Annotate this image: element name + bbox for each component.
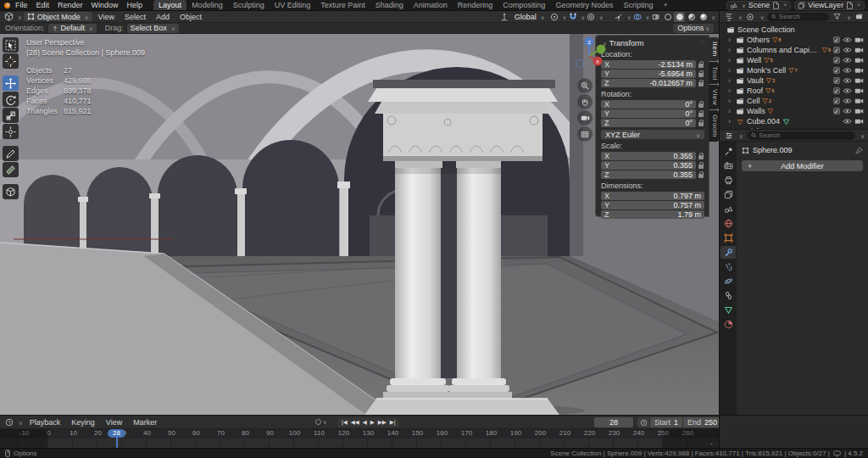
- jump-to-end-button[interactable]: ▶|: [389, 417, 397, 427]
- selectability-checkbox[interactable]: [833, 98, 840, 104]
- outliner-row[interactable]: ▽ Cube.004 ▽: [723, 116, 865, 126]
- panel-drag-handle[interactable]: ∷: [701, 40, 704, 47]
- properties-tab[interactable]: [721, 304, 736, 316]
- end-frame-field[interactable]: End250: [683, 417, 721, 427]
- workspace-tab[interactable]: Scripting: [618, 0, 658, 10]
- workspace-tab[interactable]: UV Editing: [270, 0, 316, 10]
- rotation-field[interactable]: Z0°: [601, 119, 696, 127]
- sidebar-tab[interactable]: Item: [709, 37, 719, 61]
- eye-icon[interactable]: [843, 87, 852, 94]
- mode-dropdown[interactable]: Object Mode: [24, 12, 92, 21]
- funnel-filter-icon[interactable]: [832, 12, 843, 22]
- camera-render-icon[interactable]: [854, 87, 864, 94]
- outliner-row[interactable]: ▽ Others ▽8: [723, 35, 865, 45]
- play-reverse-button[interactable]: ◀: [362, 417, 368, 427]
- add-modifier-button[interactable]: + Add Modifier: [742, 160, 863, 171]
- workspace-tab[interactable]: Rendering: [453, 0, 498, 10]
- selectability-checkbox[interactable]: [833, 36, 840, 43]
- camera-render-icon[interactable]: [854, 57, 864, 64]
- selectability-checkbox[interactable]: [833, 87, 840, 94]
- workspace-tab[interactable]: Geometry Nodes: [550, 0, 618, 10]
- snap-settings-chevron[interactable]: [579, 13, 585, 21]
- perspective-toggle-button[interactable]: [577, 126, 593, 142]
- timeline-menu[interactable]: View: [102, 418, 126, 427]
- outliner-search-input[interactable]: [779, 13, 826, 20]
- disclosure-icon[interactable]: [728, 107, 733, 115]
- topbar-menu[interactable]: Edit: [32, 1, 54, 9]
- rotation-field[interactable]: Y0°: [601, 109, 696, 118]
- eye-icon[interactable]: [843, 57, 852, 64]
- scene-selector[interactable]: Scene ✕: [726, 1, 791, 10]
- sidebar-tab[interactable]: Groom: [709, 110, 719, 142]
- use-preview-range-icon[interactable]: [637, 417, 649, 427]
- workspace-tab[interactable]: Shading: [370, 0, 409, 10]
- scale-field[interactable]: Y0.355: [601, 161, 696, 170]
- workspace-tab[interactable]: Sculpting: [228, 0, 270, 10]
- gizmo-chevron[interactable]: [626, 13, 632, 21]
- remove-view-layer-icon[interactable]: ✕: [856, 2, 861, 8]
- properties-editor-chevron[interactable]: [737, 131, 743, 140]
- workspace-tab[interactable]: Compositing: [498, 0, 550, 10]
- snap-magnet-icon[interactable]: [567, 12, 578, 22]
- outliner-row[interactable]: ▽ Walls ▽: [723, 106, 865, 116]
- camera-view-button[interactable]: [577, 110, 593, 126]
- xray-toggle-icon[interactable]: [650, 12, 661, 22]
- pivot-chevron[interactable]: [560, 13, 566, 21]
- drag-setting-dropdown[interactable]: Select Box: [127, 24, 179, 33]
- workspace-tab[interactable]: Modeling: [186, 0, 228, 10]
- eye-icon[interactable]: [843, 47, 852, 53]
- timeline-menu[interactable]: Playback: [25, 418, 65, 427]
- auto-key-button[interactable]: [315, 417, 327, 426]
- disclosure-icon[interactable]: [728, 97, 733, 105]
- topbar-menu[interactable]: File: [11, 1, 32, 9]
- lock-icon[interactable]: [698, 70, 704, 77]
- properties-tab[interactable]: [721, 174, 736, 187]
- location-field[interactable]: Y-5.6954 m: [601, 70, 696, 78]
- properties-tab[interactable]: [721, 203, 736, 215]
- outliner-row[interactable]: ▽ Monk's Cell ▽7: [723, 65, 865, 75]
- timeline-scrub-area[interactable]: -10 0 10 20 30 40 50 60: [0, 429, 719, 448]
- unlink-scene-icon[interactable]: ✕: [782, 2, 787, 8]
- new-collection-icon[interactable]: [854, 12, 865, 22]
- timeline-editor-icon[interactable]: [3, 417, 14, 427]
- measure-tool[interactable]: [3, 162, 19, 177]
- properties-tab[interactable]: [721, 145, 736, 158]
- next-keyframe-button[interactable]: ▶▶: [377, 417, 387, 427]
- show-gizmo-icon[interactable]: [614, 12, 625, 22]
- editor-type-icon[interactable]: [3, 12, 14, 22]
- add-cube-tool[interactable]: [3, 184, 19, 199]
- shading-solid-icon[interactable]: [674, 12, 685, 22]
- workspace-tab[interactable]: Layout: [153, 0, 186, 10]
- viewport-menu[interactable]: Select: [120, 13, 150, 21]
- start-frame-field[interactable]: Start1: [650, 417, 682, 427]
- dimension-field[interactable]: Y0.757 m: [601, 201, 704, 209]
- selectability-checkbox[interactable]: [833, 67, 840, 74]
- outliner-search[interactable]: [767, 13, 830, 21]
- properties-filter-chevron[interactable]: [859, 131, 865, 140]
- outliner-display-mode-icon[interactable]: [723, 12, 734, 22]
- rotation-mode-dropdown[interactable]: XYZ Euler: [601, 130, 704, 139]
- selectability-checkbox[interactable]: [833, 57, 840, 64]
- location-field[interactable]: X-2.5134 m: [601, 60, 696, 69]
- eye-icon[interactable]: [843, 67, 852, 74]
- orientation-dropdown[interactable]: Global: [511, 12, 548, 21]
- viewport-menu[interactable]: Object: [175, 13, 206, 21]
- overlays-chevron[interactable]: [643, 13, 649, 21]
- disclosure-icon[interactable]: [728, 76, 733, 85]
- lock-icon[interactable]: [698, 153, 704, 159]
- camera-render-icon[interactable]: [854, 98, 864, 104]
- properties-tab[interactable]: [721, 217, 736, 230]
- new-scene-icon[interactable]: [772, 2, 780, 9]
- current-frame-field[interactable]: 28: [594, 417, 633, 427]
- eye-icon[interactable]: [843, 98, 852, 104]
- lock-icon[interactable]: [698, 101, 704, 108]
- object-breadcrumb[interactable]: Sphere.009: [742, 144, 863, 156]
- properties-tab[interactable]: [721, 232, 736, 244]
- prev-keyframe-button[interactable]: ◀◀: [350, 417, 360, 427]
- properties-editor-icon[interactable]: [723, 131, 734, 141]
- rotation-field[interactable]: X0°: [601, 100, 696, 109]
- rotate-tool[interactable]: [3, 92, 19, 107]
- selectability-checkbox[interactable]: [833, 47, 840, 53]
- properties-tab[interactable]: [721, 246, 736, 259]
- camera-render-icon[interactable]: [854, 36, 864, 43]
